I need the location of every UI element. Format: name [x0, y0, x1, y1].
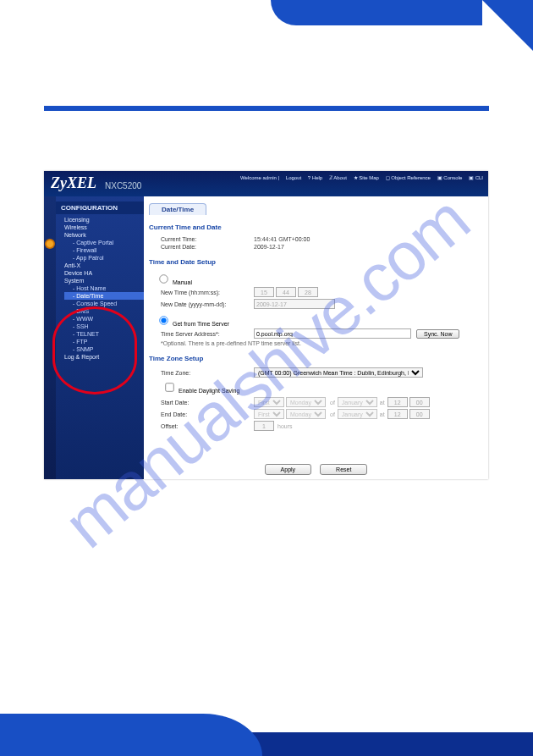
enddate-label: End Date:: [161, 411, 254, 417]
current-date-label: Current Date:: [161, 244, 254, 250]
timeserver-addr-input[interactable]: [254, 328, 411, 339]
sidebar-item-snmp[interactable]: SNMP: [64, 345, 144, 353]
sidebar-item-firewall[interactable]: Firewall: [64, 246, 144, 254]
enddate-mm[interactable]: [409, 409, 430, 419]
sidebar-header: CONFIGURATION: [56, 201, 144, 214]
dst-label: Enable Daylight Saving: [179, 388, 239, 394]
titlebar: ZyXEL NXC5200 Welcome admin | Logout ? H…: [44, 171, 488, 196]
page-header-corner: [482, 0, 533, 51]
sidebar-item-antix[interactable]: Anti-X: [64, 262, 144, 269]
current-time-value: 15:44:41 GMT+00:00: [254, 236, 310, 242]
sidebar-item-captive[interactable]: Captive Portal: [64, 239, 144, 246]
at-text: at: [380, 400, 385, 406]
sidebar-item-telnet[interactable]: TELNET: [64, 330, 144, 338]
dst-checkbox-input[interactable]: [165, 383, 173, 391]
top-horizontal-rule: [44, 106, 489, 111]
section-setup: Time and Date Setup: [149, 258, 488, 266]
of-text2: of: [330, 411, 335, 417]
startdate-hh[interactable]: [387, 397, 408, 407]
objref-link[interactable]: ◻ Object Reference: [386, 175, 431, 180]
sidebar-item-wireless[interactable]: Wireless: [64, 223, 144, 231]
newtime-label: New Time (hh:mm:ss):: [161, 290, 254, 295]
radio-manual[interactable]: Manual: [154, 279, 192, 285]
newdate-input[interactable]: [254, 299, 335, 309]
sitemap-link[interactable]: ★ Site Map: [354, 175, 379, 180]
enddate-day[interactable]: Monday: [286, 409, 326, 419]
sync-now-button[interactable]: Sync. Now: [416, 329, 459, 339]
content-panel: Date/Time Current Time and Date Current …: [144, 196, 488, 479]
sidebar-item-system[interactable]: System: [64, 277, 144, 284]
sidebar-item-hostname[interactable]: Host Name: [64, 284, 144, 292]
startdate-day[interactable]: Monday: [286, 397, 326, 407]
welcome-text: Welcome admin |: [240, 175, 279, 180]
startdate-month[interactable]: January: [338, 397, 377, 407]
startdate-ordinal[interactable]: First: [254, 397, 284, 407]
app-screenshot: ZyXEL NXC5200 Welcome admin | Logout ? H…: [44, 171, 488, 479]
reset-button[interactable]: Reset: [320, 464, 367, 475]
timezone-select[interactable]: (GMT 00:00) Greenwich Mean Time : Dublin…: [254, 367, 423, 378]
timeserver-note: *Optional. There is a pre-defined NTP ti…: [161, 340, 488, 346]
offset-input[interactable]: [254, 421, 274, 431]
timeserver-addr-label: Time Server Address*:: [161, 331, 254, 337]
sidebar-item-datetime[interactable]: Date/Time: [64, 292, 144, 300]
enddate-month[interactable]: January: [338, 409, 377, 419]
at-text2: at: [380, 411, 385, 417]
gear-icon[interactable]: [45, 239, 55, 249]
icon-strip: [44, 196, 56, 479]
tab-datetime[interactable]: Date/Time: [149, 203, 206, 215]
enddate-ordinal[interactable]: First: [254, 409, 284, 419]
sidebar: CONFIGURATION Licensing Wireless Network…: [56, 196, 144, 479]
newtime-ss[interactable]: [298, 287, 318, 297]
section-tz: Time Zone Setup: [149, 355, 488, 362]
newdate-label: New Date (yyyy-mm-dd):: [161, 301, 254, 307]
hours-text: hours: [277, 423, 293, 429]
dst-checkbox[interactable]: Enable Daylight Saving: [161, 379, 239, 395]
sidebar-item-licensing[interactable]: Licensing: [64, 216, 144, 223]
sidebar-item-logreport[interactable]: Log & Report: [64, 353, 144, 361]
radio-manual-input[interactable]: [159, 274, 168, 283]
current-date-value: 2009-12-17: [254, 244, 284, 250]
model-label: NXC5200: [105, 181, 141, 190]
top-links: Welcome admin | Logout ? Help ℤ About ★ …: [235, 174, 483, 180]
about-link[interactable]: ℤ About: [329, 175, 347, 180]
sidebar-item-ftp[interactable]: FTP: [64, 338, 144, 345]
newtime-mm[interactable]: [276, 287, 296, 297]
help-link[interactable]: ? Help: [308, 175, 322, 180]
console-link[interactable]: ▣ Console: [437, 175, 463, 180]
sidebar-item-network[interactable]: Network: [64, 231, 144, 239]
logout-link[interactable]: Logout: [286, 175, 301, 180]
sidebar-item-deviceha[interactable]: Device HA: [64, 269, 144, 277]
sidebar-item-ssh[interactable]: SSH: [64, 323, 144, 330]
offset-label: Offset:: [161, 423, 254, 429]
brand-logo: ZyXEL: [51, 174, 96, 192]
section-current: Current Time and Date: [149, 223, 488, 231]
enddate-hh[interactable]: [387, 409, 408, 419]
startdate-mm[interactable]: [409, 397, 430, 407]
radio-timeserver-label: Get from Time Server: [173, 321, 229, 327]
sidebar-item-apppatrol[interactable]: App Patrol: [64, 254, 144, 262]
sidebar-item-www[interactable]: WWW: [64, 315, 144, 323]
current-time-label: Current Time:: [161, 236, 254, 242]
page-footer-shape: [0, 697, 533, 756]
startdate-label: Start Date:: [161, 400, 254, 406]
sidebar-item-consolespeed[interactable]: Console Speed: [64, 300, 144, 307]
radio-manual-label: Manual: [173, 279, 192, 285]
timezone-label: Time Zone:: [161, 370, 254, 376]
radio-timeserver[interactable]: Get from Time Server: [154, 321, 229, 327]
sidebar-item-dns[interactable]: DNS: [64, 307, 144, 315]
cli-link[interactable]: ▣ CLI: [469, 175, 483, 180]
radio-timeserver-input[interactable]: [159, 316, 168, 324]
of-text: of: [330, 400, 335, 406]
newtime-hh[interactable]: [254, 287, 274, 297]
apply-button[interactable]: Apply: [265, 464, 312, 475]
